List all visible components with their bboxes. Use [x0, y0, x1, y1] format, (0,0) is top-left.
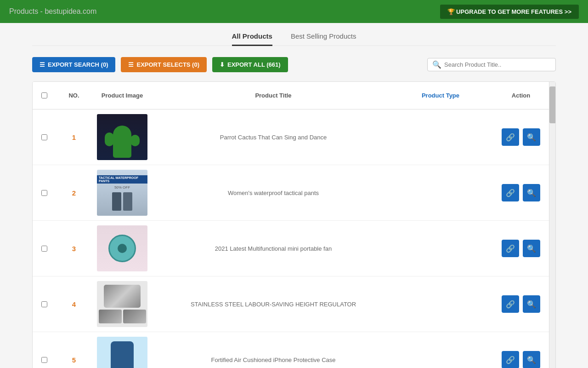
- product-image-3: [97, 225, 147, 271]
- row-1-image: [92, 109, 152, 165]
- row-1-actions: 🔗 🔍: [486, 124, 555, 150]
- metal-piece-2: [123, 310, 146, 323]
- header-no: NO.: [56, 87, 92, 104]
- row-checkbox-5: [33, 352, 56, 368]
- products-table: NO. Product Image Product Title Product …: [32, 81, 556, 368]
- header-title: Products - bestupidea.com: [9, 7, 96, 16]
- product-image-2: TACTICAL WATERPROOF PANTS 50% OFF: [97, 170, 147, 216]
- table-body: 1 Parrot Cactus That Can Sing and Dance …: [33, 109, 555, 368]
- row-5-no: 5: [56, 351, 92, 368]
- export-selects-label: EXPORT SELECTS (0): [136, 61, 199, 68]
- fan-inner: [118, 244, 127, 253]
- row-3-checkbox[interactable]: [41, 246, 47, 252]
- table-row: 4 STAINLESS STEEL LABOUR-SAVING HEIGHT R…: [33, 276, 555, 332]
- site-label: bestupidea.com: [45, 7, 96, 15]
- search-icon: 🔍: [432, 60, 441, 69]
- export-selects-icon: ☰: [128, 61, 134, 68]
- tab-all-products[interactable]: All Products: [232, 32, 272, 46]
- products-label: Products: [9, 7, 38, 15]
- row-4-checkbox[interactable]: [41, 301, 47, 307]
- metal-bottom: [99, 310, 146, 323]
- table-header: NO. Product Image Product Title Product …: [33, 82, 555, 109]
- row-1-checkbox[interactable]: [41, 134, 47, 140]
- export-all-button[interactable]: ⬇ EXPORT ALL (661): [212, 57, 288, 72]
- row-4-image: [92, 276, 152, 332]
- table-row: 3 2021 Latest Multifunctional mini porta…: [33, 221, 555, 276]
- row-4-link-button[interactable]: 🔗: [502, 295, 519, 313]
- row-3-title: 2021 Latest Multifunctional mini portabl…: [152, 245, 395, 252]
- tabs-container: All Products Best Selling Products: [32, 32, 556, 46]
- product-image-1: [97, 114, 147, 160]
- export-search-label: EXPORT SEARCH (0): [48, 61, 108, 68]
- row-3-type: [395, 244, 486, 253]
- row-4-type: [395, 299, 486, 309]
- row-5-image: [92, 332, 152, 368]
- table-row: 5 Fortified Air Cushioned iPhone Protect…: [33, 332, 555, 368]
- search-container: 🔍: [427, 58, 556, 71]
- row-1-type: [395, 132, 486, 142]
- row-1-no: 1: [56, 129, 92, 146]
- phone-shape: [111, 341, 134, 368]
- header: Products - bestupidea.com 🏆 UPGRADE TO G…: [0, 0, 588, 23]
- header-image: Product Image: [92, 87, 152, 104]
- row-checkbox-4: [33, 297, 56, 312]
- figure-2: [123, 192, 132, 211]
- row-2-image: TACTICAL WATERPROOF PANTS 50% OFF: [92, 165, 152, 220]
- row-3-image: [92, 221, 152, 276]
- row-4-title: STAINLESS STEEL LABOUR-SAVING HEIGHT REG…: [152, 301, 395, 308]
- row-2-checkbox[interactable]: [41, 190, 47, 196]
- row-1-search-button[interactable]: 🔍: [523, 128, 540, 146]
- header-title: Product Title: [152, 87, 395, 104]
- header-type: Product Type: [395, 87, 486, 104]
- row-3-link-button[interactable]: 🔗: [502, 240, 519, 257]
- pants-figures: [112, 192, 132, 211]
- row-5-search-button[interactable]: 🔍: [523, 351, 540, 368]
- row-5-checkbox[interactable]: [41, 357, 47, 363]
- row-3-no: 3: [56, 240, 92, 257]
- scrollbar[interactable]: [549, 82, 555, 368]
- figure-1: [112, 192, 121, 211]
- row-checkbox-3: [33, 241, 56, 256]
- upgrade-button[interactable]: 🏆 UPGRADE TO GET MORE FEATURES >>: [440, 5, 579, 19]
- row-2-search-button[interactable]: 🔍: [523, 184, 540, 201]
- row-5-type: [395, 355, 486, 364]
- row-checkbox-2: [33, 185, 56, 201]
- row-2-title: Women's waterproof tactical pants: [152, 190, 395, 196]
- tab-best-selling[interactable]: Best Selling Products: [291, 32, 356, 46]
- row-4-no: 4: [56, 296, 92, 313]
- row-2-actions: 🔗 🔍: [486, 179, 555, 206]
- row-2-link-button[interactable]: 🔗: [502, 184, 519, 201]
- row-checkbox-1: [33, 130, 56, 145]
- export-all-label: EXPORT ALL (661): [227, 61, 281, 68]
- table-row: 1 Parrot Cactus That Can Sing and Dance …: [33, 109, 555, 165]
- scrollbar-thumb: [549, 86, 556, 123]
- row-5-title: Fortified Air Cushioned iPhone Protectiv…: [152, 356, 395, 363]
- main-content: All Products Best Selling Products ☰ EXP…: [23, 23, 565, 368]
- export-search-button[interactable]: ☰ EXPORT SEARCH (0): [32, 57, 115, 72]
- row-2-type: [395, 188, 486, 197]
- export-search-icon: ☰: [40, 61, 45, 68]
- metal-piece-1: [99, 310, 122, 323]
- select-all-checkbox[interactable]: [41, 92, 47, 98]
- export-selects-button[interactable]: ☰ EXPORT SELECTS (0): [121, 57, 207, 72]
- header-action: Action: [486, 87, 555, 104]
- row-5-actions: 🔗 🔍: [486, 346, 555, 368]
- pants-text: 50% OFF: [114, 185, 130, 190]
- product-image-5: [97, 337, 147, 368]
- row-4-actions: 🔗 🔍: [486, 291, 555, 317]
- search-input[interactable]: [444, 61, 551, 68]
- header-checkbox-cell: [33, 87, 56, 104]
- row-3-search-button[interactable]: 🔍: [523, 240, 540, 257]
- cactus-decoration: [113, 126, 131, 158]
- metal-top: [104, 285, 141, 308]
- row-2-no: 2: [56, 184, 92, 201]
- row-4-search-button[interactable]: 🔍: [523, 295, 540, 313]
- row-3-actions: 🔗 🔍: [486, 235, 555, 262]
- row-5-link-button[interactable]: 🔗: [502, 351, 519, 368]
- toolbar: ☰ EXPORT SEARCH (0) ☰ EXPORT SELECTS (0)…: [32, 57, 556, 72]
- fan-shape: [108, 235, 136, 262]
- row-1-link-button[interactable]: 🔗: [502, 128, 519, 146]
- table-row: 2 TACTICAL WATERPROOF PANTS 50% OFF Wome…: [33, 165, 555, 221]
- separator: -: [40, 7, 43, 15]
- export-all-icon: ⬇: [220, 61, 225, 68]
